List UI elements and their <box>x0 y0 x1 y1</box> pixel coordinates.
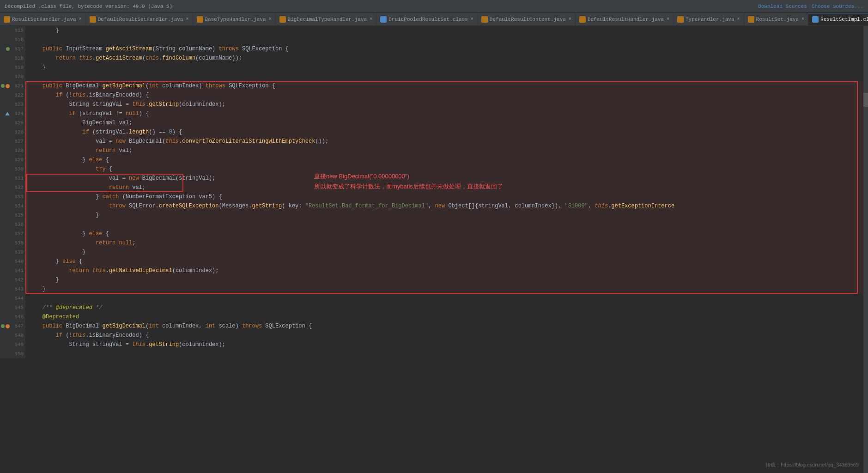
tab-close-t8[interactable]: × <box>737 17 740 22</box>
line-number: 621 <box>0 81 25 91</box>
code-line: 645 /** @deprecated */ <box>0 303 863 312</box>
line-number: 639 <box>0 248 25 257</box>
line-code-content: } <box>25 275 863 285</box>
line-code-content: if (stringVal != null) { <box>25 109 863 118</box>
tab-t4[interactable]: BigDecimalTypeHandler.java× <box>276 13 377 26</box>
tab-icon-t5 <box>380 16 387 23</box>
tab-label-t7: DefaultResultHandler.java <box>588 17 664 22</box>
code-line: 649 String stringVal = this.getString(co… <box>0 340 863 349</box>
line-number: 615 <box>0 26 25 35</box>
code-line: 621 public BigDecimal getBigDecimal(int … <box>0 81 863 91</box>
line-number: 638 <box>0 238 25 248</box>
line-code-content: } <box>25 248 863 257</box>
line-code-content: } <box>25 26 863 35</box>
line-number: 616 <box>0 35 25 44</box>
line-number: 646 <box>0 312 25 321</box>
line-code-content: public InputStream getAsciiStream(String… <box>25 44 863 54</box>
line-number: 631 <box>0 174 25 183</box>
tab-label-t10: ResultSetImpl.class <box>820 17 868 22</box>
line-code-content: } <box>25 285 863 294</box>
line-number: 623 <box>0 100 25 109</box>
scroll-indicator[interactable] <box>863 26 868 473</box>
watermark: 转载：https://blog.csdn.net/qq_34369569 <box>765 461 859 468</box>
code-line: 644 <box>0 294 863 303</box>
tab-label-t9: ResultSet.java <box>756 17 799 22</box>
tab-icon-t6 <box>481 16 488 23</box>
tab-close-t6[interactable]: × <box>569 17 571 22</box>
download-sources-link[interactable]: Download Sources <box>758 4 807 9</box>
choose-sources-link[interactable]: Choose Sources... <box>812 4 863 9</box>
tab-icon-t4 <box>279 16 286 23</box>
gutter-green-dot <box>1 84 5 88</box>
line-number: 650 <box>0 349 25 358</box>
code-line: 642 } <box>0 275 863 285</box>
line-number: 636 <box>0 220 25 229</box>
code-line: 647 public BigDecimal getBigDecimal(int … <box>0 321 863 331</box>
line-code-content: public BigDecimal getBigDecimal(int colu… <box>25 321 863 331</box>
tab-t1[interactable]: ResultSetHandler.java× <box>0 13 86 26</box>
tab-icon-t2 <box>90 16 96 23</box>
tab-close-t7[interactable]: × <box>667 17 669 22</box>
tab-close-t9[interactable]: × <box>801 17 804 22</box>
code-line: 618 return this.getAsciiStream(this.find… <box>0 54 863 63</box>
breakpoint-marker <box>6 324 10 328</box>
line-number: 641 <box>0 266 25 275</box>
tab-t8[interactable]: TypeHandler.java× <box>674 13 744 26</box>
tab-t9[interactable]: ResultSet.java× <box>744 13 808 26</box>
line-number: 633 <box>0 192 25 201</box>
tab-t5[interactable]: DruidPooledResultSet.class× <box>376 13 478 26</box>
code-line: 617 public InputStream getAsciiStream(St… <box>0 44 863 54</box>
tab-label-t2: DefaultResultSetHandler.java <box>98 17 183 22</box>
tab-close-t3[interactable]: × <box>269 17 272 22</box>
code-line: 637 } else { <box>0 229 863 238</box>
line-number: 635 <box>0 211 25 220</box>
line-code-content: String stringVal = this.getString(column… <box>25 100 863 109</box>
tab-label-t5: DruidPooledResultSet.class <box>388 17 468 22</box>
line-code-content: return val; <box>25 146 863 155</box>
line-number: 645 <box>0 303 25 312</box>
line-code-content: return null; <box>25 238 863 248</box>
code-line: 619 } <box>0 63 863 72</box>
line-number: 649 <box>0 340 25 349</box>
code-line: 640 } else { <box>0 257 863 266</box>
tab-close-t2[interactable]: × <box>186 17 188 22</box>
line-number: 632 <box>0 183 25 192</box>
scroll-thumb <box>863 93 868 107</box>
tab-t10[interactable]: ResultSetImpl.class× <box>808 13 868 26</box>
code-line: 643 } <box>0 285 863 294</box>
tab-t7[interactable]: DefaultResultHandler.java× <box>576 13 674 26</box>
line-code-content: } else { <box>25 257 863 266</box>
line-code-content: val = new BigDecimal(this.convertToZeroL… <box>25 137 863 146</box>
code-line: 636 <box>0 220 863 229</box>
line-code-content: } catch (NumberFormatException var5) { <box>25 192 863 201</box>
line-code-content: } <box>25 211 863 220</box>
tab-label-t4: BigDecimalTypeHandler.java <box>288 17 367 22</box>
line-number: 640 <box>0 257 25 266</box>
code-line: 641 return this.getNativeBigDecimal(colu… <box>0 266 863 275</box>
code-line: 638 return null; <box>0 238 863 248</box>
line-number: 630 <box>0 164 25 174</box>
line-code-content: if (!this.isBinaryEncoded) { <box>25 331 863 340</box>
code-line: 628 return val; <box>0 146 863 155</box>
tab-t6[interactable]: DefaultResultContext.java× <box>478 13 576 26</box>
code-line: 629 } else { <box>0 155 863 164</box>
code-line: 635 } <box>0 211 863 220</box>
code-line: 624 if (stringVal != null) { <box>0 109 863 118</box>
code-line: 634 throw SQLError.createSQLException(Me… <box>0 201 863 211</box>
tab-t2[interactable]: DefaultResultSetHandler.java× <box>86 13 193 26</box>
line-number: 643 <box>0 285 25 294</box>
main-container: 615 }616617 public InputStream getAsciiS… <box>0 26 868 473</box>
tab-t3[interactable]: BaseTypeHandler.java× <box>193 13 276 26</box>
tab-close-t5[interactable]: × <box>471 17 473 22</box>
line-code-content: } else { <box>25 229 863 238</box>
top-header: Decompiled .class file, bytecode version… <box>0 0 868 13</box>
line-number: 620 <box>0 72 25 81</box>
line-number: 619 <box>0 63 25 72</box>
annotation-text: 直接new BigDecimal("0.00000000")所以就变成了科学计数… <box>314 171 503 192</box>
tab-close-t1[interactable]: × <box>79 17 82 22</box>
code-content[interactable]: 615 }616617 public InputStream getAsciiS… <box>0 26 863 473</box>
line-number: 629 <box>0 155 25 164</box>
tab-icon-t8 <box>677 16 684 23</box>
tab-close-t4[interactable]: × <box>370 17 372 22</box>
gutter-green-dot <box>6 47 10 51</box>
